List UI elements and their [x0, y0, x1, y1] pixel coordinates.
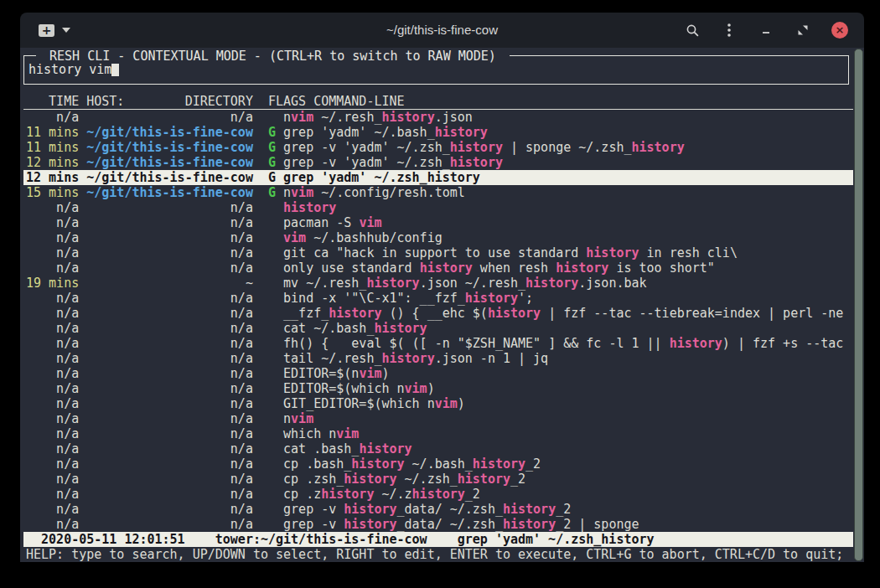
- table-row[interactable]: n/a n/a grep -v history_data/ ~/.zsh_his…: [23, 517, 853, 532]
- match-highlight: history: [412, 487, 465, 502]
- search-input[interactable]: history vim: [28, 62, 848, 77]
- match-highlight: history: [488, 306, 541, 321]
- command-text: mv ~/.resh_: [283, 276, 366, 291]
- table-row[interactable]: n/a n/a grep -v history_data/ ~/.zsh_his…: [23, 502, 853, 517]
- table-row[interactable]: n/a n/a fh() { eval $( ([ -n "$ZSH_NAME"…: [23, 336, 853, 351]
- row-time: n/a: [26, 336, 86, 351]
- row-command: nvim ~/.resh_history.json: [283, 110, 473, 125]
- table-row[interactable]: n/a n/a __fzf_history () { __ehc $(histo…: [23, 306, 853, 321]
- row-directory: n/a: [86, 336, 268, 351]
- table-row[interactable]: n/a n/a cp .zsh_history ~/.zsh_history_2: [23, 472, 853, 487]
- menu-button[interactable]: [721, 22, 738, 39]
- table-row[interactable]: 12 mins ~/git/this-is-fine-cow G grep -v…: [23, 155, 853, 170]
- kebab-menu-icon: [722, 23, 736, 38]
- scrollbar[interactable]: [853, 48, 864, 562]
- table-row[interactable]: n/a n/a only use standard history when r…: [23, 260, 853, 276]
- table-row[interactable]: 11 mins ~/git/this-is-fine-cow G grep -v…: [23, 140, 853, 155]
- command-text: in resh cli\: [639, 245, 738, 260]
- restore-icon: [796, 23, 810, 37]
- command-text: _2: [465, 487, 480, 502]
- row-flags: G: [268, 170, 283, 185]
- close-button[interactable]: ×: [831, 22, 848, 39]
- table-row[interactable]: n/a n/a vim ~/.bashhub/config: [23, 230, 853, 245]
- scrollbar-thumb[interactable]: [854, 49, 863, 561]
- command-text: when resh: [473, 260, 556, 276]
- row-time: 12 mins: [26, 170, 86, 185]
- table-row[interactable]: n/a n/a nvim ~/.resh_history.json: [23, 110, 853, 125]
- table-row-selected[interactable]: 12 mins ~/git/this-is-fine-cow G grep 'y…: [23, 170, 853, 185]
- row-time: n/a: [26, 456, 86, 472]
- row-time: n/a: [26, 321, 86, 336]
- table-row[interactable]: n/a n/a EDITOR=$(which nvim): [23, 381, 853, 396]
- terminal-window: + ~/git/this-is-fine-cow: [20, 13, 864, 562]
- command-text: grep 'yadm' ~/.bash_: [283, 125, 435, 140]
- row-flags: [268, 306, 283, 321]
- new-tab-button[interactable]: +: [39, 24, 70, 37]
- match-highlight: history: [351, 456, 404, 472]
- row-flags: [268, 517, 283, 532]
- row-directory: n/a: [86, 110, 268, 125]
- row-flags: [268, 245, 283, 260]
- command-text: only use standard: [283, 260, 420, 276]
- row-time: 11 mins: [26, 140, 86, 155]
- table-row[interactable]: n/a n/a cat .bash_history: [23, 441, 853, 456]
- row-command: which nvim: [283, 426, 359, 441]
- search-icon: [686, 23, 700, 38]
- row-directory: n/a: [86, 381, 268, 396]
- row-command: fh() { eval $( ([ -n "$ZSH_NAME" ] && fc…: [283, 336, 843, 351]
- row-directory: ~/git/this-is-fine-cow: [86, 185, 268, 200]
- row-flags: [268, 441, 283, 456]
- command-text: .json ~/.resh_: [420, 276, 525, 291]
- row-command: EDITOR=$(which nvim): [283, 381, 435, 396]
- table-row[interactable]: n/a n/a cp .zhistory ~/.zhistory_2: [23, 487, 853, 502]
- table-row[interactable]: 19 mins ~ mv ~/.resh_history.json ~/.res…: [23, 276, 853, 291]
- row-flags: [268, 487, 283, 502]
- match-highlight: history: [374, 321, 427, 336]
- command-text: ~/.config/resh.toml: [313, 185, 465, 200]
- row-time: n/a: [26, 110, 86, 125]
- table-row[interactable]: n/a n/a nvim: [23, 411, 853, 426]
- table-row[interactable]: n/a n/a pacman -S vim: [23, 215, 853, 230]
- table-row[interactable]: n/a n/a cat ~/.bash_history: [23, 321, 853, 336]
- terminal-content: RESH CLI - CONTEXTUAL MODE - (CTRL+R to …: [20, 48, 864, 562]
- row-directory: n/a: [86, 472, 268, 487]
- row-directory: n/a: [86, 200, 268, 215]
- match-highlight: history: [344, 472, 396, 487]
- chevron-down-icon[interactable]: [62, 28, 70, 33]
- table-row[interactable]: n/a n/a history: [23, 200, 853, 215]
- match-highlight: history: [366, 276, 419, 291]
- table-row[interactable]: n/a n/a EDITOR=$(nvim): [23, 366, 853, 381]
- row-flags: [268, 276, 283, 291]
- table-row[interactable]: n/a n/a cp .bash_history ~/.bash_history…: [23, 456, 853, 472]
- row-time: n/a: [26, 472, 86, 487]
- table-row[interactable]: n/a n/a tail ~/.resh_history.json -n 1 |…: [23, 351, 853, 366]
- table-row[interactable]: n/a n/a which nvim: [23, 426, 853, 441]
- row-time: n/a: [26, 306, 86, 321]
- match-highlight: history: [503, 517, 556, 532]
- table-row[interactable]: n/a n/a git ca "hack in support to use s…: [23, 245, 853, 260]
- row-command: tail ~/.resh_history.json -n 1 | jq: [283, 351, 548, 366]
- new-tab-icon[interactable]: +: [39, 24, 54, 37]
- minimize-button[interactable]: [758, 22, 774, 39]
- command-text: _2: [556, 502, 571, 517]
- row-time: n/a: [26, 487, 86, 502]
- row-time: 11 mins: [26, 125, 86, 140]
- match-highlight: vim: [291, 185, 313, 200]
- row-command: grep -v history_data/ ~/.zsh_history_2 |…: [283, 517, 639, 532]
- search-button[interactable]: [684, 22, 701, 39]
- command-text: cp .bash_: [283, 456, 351, 472]
- match-highlight: history: [427, 170, 480, 185]
- titlebar[interactable]: + ~/git/this-is-fine-cow: [20, 13, 864, 48]
- command-text: grep -v: [283, 517, 344, 532]
- table-row[interactable]: 15 mins ~/git/this-is-fine-cow G nvim ~/…: [23, 185, 853, 200]
- table-row[interactable]: 11 mins ~/git/this-is-fine-cow G grep 'y…: [23, 125, 853, 140]
- row-directory: n/a: [86, 456, 268, 472]
- row-command: grep -v 'yadm' ~/.zsh_history: [283, 155, 503, 170]
- restore-button[interactable]: [795, 22, 811, 39]
- row-time: n/a: [26, 200, 86, 215]
- table-row[interactable]: n/a n/a bind -x '"\C-x1": __fzf_history'…: [23, 291, 853, 306]
- row-command: cp .zsh_history ~/.zsh_history_2: [283, 472, 525, 487]
- row-flags: G: [268, 140, 283, 155]
- table-row[interactable]: n/a n/a GIT_EDITOR=$(which nvim): [23, 396, 853, 411]
- row-flags: [268, 110, 283, 125]
